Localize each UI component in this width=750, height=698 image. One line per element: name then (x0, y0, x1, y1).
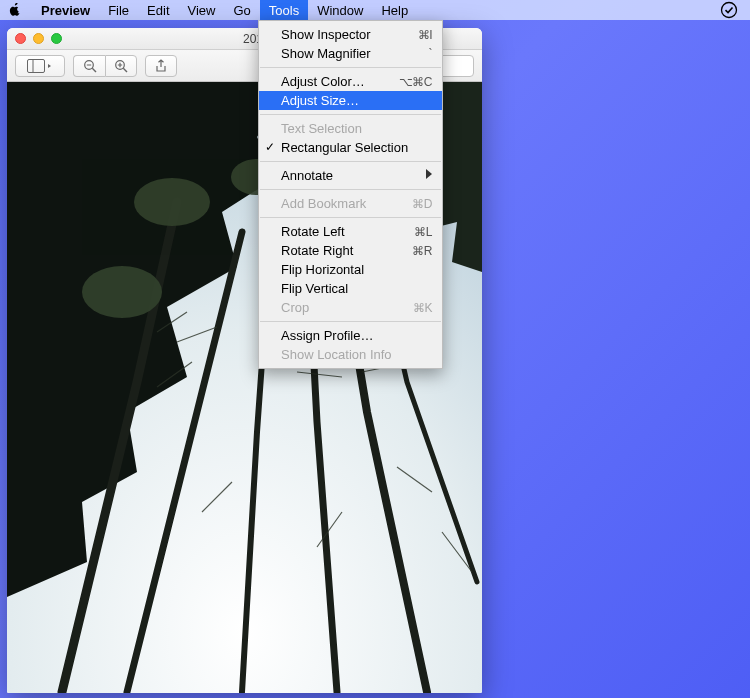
tools-menu: Show Inspector ⌘I Show Magnifier ` Adjus… (258, 20, 443, 369)
menu-rect-selection[interactable]: ✓ Rectangular Selection (259, 138, 442, 157)
menu-separator (260, 67, 441, 68)
menu-item-label: Flip Horizontal (281, 262, 432, 277)
zoom-group (73, 55, 137, 77)
window-close-button[interactable] (15, 33, 26, 44)
share-icon (154, 59, 168, 73)
menu-separator (260, 161, 441, 162)
zoom-in-icon (114, 59, 128, 73)
menubar: Preview File Edit View Go Tools Window H… (0, 0, 750, 20)
traffic-lights (15, 33, 62, 44)
menu-item-label: Text Selection (281, 121, 432, 136)
shortcut-label: ` (429, 47, 433, 61)
menu-app[interactable]: Preview (32, 1, 99, 20)
shortcut-label: ⌘R (412, 244, 432, 258)
menu-item-label: Rotate Right (281, 243, 412, 258)
share-button[interactable] (145, 55, 177, 77)
menu-flip-vertical[interactable]: Flip Vertical (259, 279, 442, 298)
menu-show-inspector[interactable]: Show Inspector ⌘I (259, 25, 442, 44)
menu-show-location: Show Location Info (259, 345, 442, 364)
checkmark-icon: ✓ (265, 140, 275, 154)
zoom-out-button[interactable] (73, 55, 105, 77)
sidebar-icon (27, 59, 53, 73)
menu-item-label: Annotate (281, 168, 432, 183)
menu-show-magnifier[interactable]: Show Magnifier ` (259, 44, 442, 63)
menu-window[interactable]: Window (308, 1, 372, 20)
menu-rotate-right[interactable]: Rotate Right ⌘R (259, 241, 442, 260)
menu-help[interactable]: Help (372, 1, 417, 20)
menu-edit[interactable]: Edit (138, 1, 178, 20)
menu-item-label: Adjust Size… (281, 93, 432, 108)
shortcut-label: ⌥⌘C (399, 75, 432, 89)
menu-item-label: Rotate Left (281, 224, 414, 239)
menu-item-label: Assign Profile… (281, 328, 432, 343)
menu-separator (260, 217, 441, 218)
window-zoom-button[interactable] (51, 33, 62, 44)
menu-go[interactable]: Go (224, 1, 259, 20)
menu-item-label: Rectangular Selection (281, 140, 432, 155)
apple-icon (8, 3, 22, 17)
apple-menu[interactable] (8, 3, 22, 17)
menu-item-label: Crop (281, 300, 413, 315)
svg-line-4 (92, 68, 96, 72)
menu-item-label: Show Location Info (281, 347, 432, 362)
menu-add-bookmark: Add Bookmark ⌘D (259, 194, 442, 213)
menu-view[interactable]: View (179, 1, 225, 20)
menu-item-label: Show Magnifier (281, 46, 429, 61)
menu-separator (260, 189, 441, 190)
svg-point-0 (722, 3, 737, 18)
menu-item-label: Add Bookmark (281, 196, 412, 211)
menu-separator (260, 321, 441, 322)
menu-separator (260, 114, 441, 115)
menu-rotate-left[interactable]: Rotate Left ⌘L (259, 222, 442, 241)
zoom-out-icon (83, 59, 97, 73)
status-icon[interactable] (720, 1, 738, 19)
shortcut-label: ⌘I (418, 28, 432, 42)
shortcut-label: ⌘L (414, 225, 432, 239)
window-minimize-button[interactable] (33, 33, 44, 44)
menu-assign-profile[interactable]: Assign Profile… (259, 326, 442, 345)
menu-adjust-color[interactable]: Adjust Color… ⌥⌘C (259, 72, 442, 91)
shortcut-label: ⌘D (412, 197, 432, 211)
menu-file[interactable]: File (99, 1, 138, 20)
menu-text-selection: Text Selection (259, 119, 442, 138)
menu-adjust-size[interactable]: Adjust Size… (259, 91, 442, 110)
zoom-in-button[interactable] (105, 55, 137, 77)
menu-item-label: Adjust Color… (281, 74, 399, 89)
menu-item-label: Show Inspector (281, 27, 418, 42)
menu-flip-horizontal[interactable]: Flip Horizontal (259, 260, 442, 279)
sidebar-button[interactable] (15, 55, 65, 77)
svg-point-16 (82, 266, 162, 318)
menu-item-label: Flip Vertical (281, 281, 432, 296)
svg-point-12 (134, 178, 210, 226)
svg-rect-1 (28, 59, 45, 72)
menu-crop: Crop ⌘K (259, 298, 442, 317)
shortcut-label: ⌘K (413, 301, 432, 315)
submenu-arrow-icon (426, 169, 432, 179)
menu-tools[interactable]: Tools (260, 0, 308, 21)
menu-annotate[interactable]: Annotate (259, 166, 442, 185)
checkmark-circle-icon (720, 1, 738, 19)
svg-line-7 (123, 68, 127, 72)
search-field[interactable] (438, 55, 474, 77)
